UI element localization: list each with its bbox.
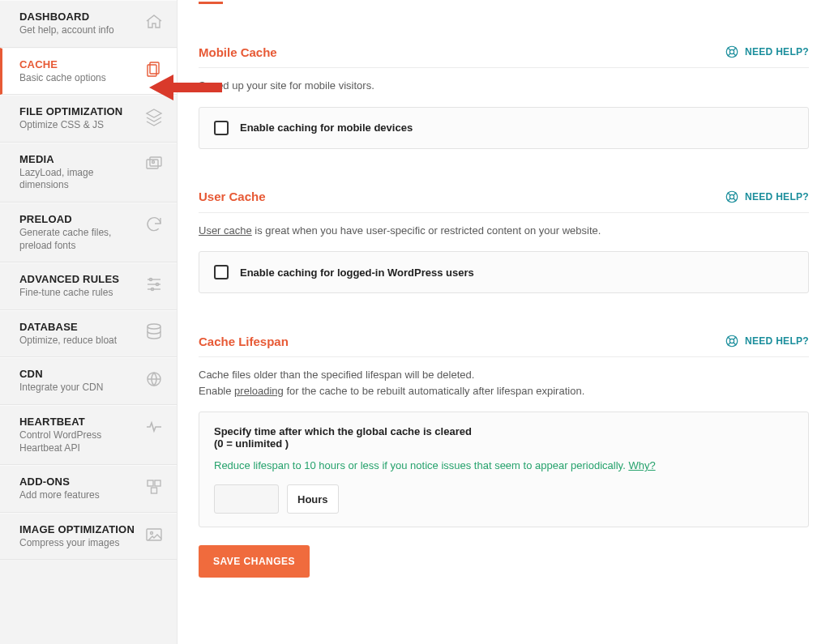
sidebar-item-subtitle: Control WordPress Heartbeat API (19, 429, 139, 454)
svg-line-20 (728, 48, 730, 50)
home-icon (144, 12, 164, 32)
lifebuoy-icon (725, 334, 739, 348)
help-label: NEED HELP? (745, 46, 809, 58)
divider (199, 67, 809, 68)
svg-line-32 (728, 337, 730, 339)
image-icon (144, 525, 164, 544)
sidebar-item-dashboard[interactable]: DASHBOARD Get help, account info (0, 0, 177, 48)
svg-line-26 (728, 192, 730, 194)
desc-rest: is great when you have user-specific or … (252, 224, 601, 237)
sidebar-item-cdn[interactable]: CDN Integrate your CDN (0, 357, 177, 405)
sidebar-item-subtitle: Optimize, reduce bloat (19, 335, 139, 348)
heartbeat-icon (144, 417, 164, 437)
svg-point-25 (729, 194, 734, 198)
cubes-icon (144, 477, 164, 497)
divider (199, 356, 809, 357)
lifespan-unit-select[interactable]: Hours (287, 484, 339, 514)
svg-line-34 (728, 343, 730, 345)
svg-rect-1 (148, 65, 156, 76)
desc-line-2-prefix: Enable (199, 385, 234, 397)
svg-rect-15 (152, 488, 157, 493)
sidebar-item-title: FILE OPTIMIZATION (19, 105, 139, 117)
hint-text: Reduce lifespan to 10 hours or less if y… (214, 459, 628, 471)
why-link[interactable]: Why? (628, 459, 655, 471)
sidebar-item-add-ons[interactable]: ADD-ONS Add more features (0, 465, 177, 513)
sidebar-item-subtitle: Get help, account info (19, 24, 139, 37)
sidebar-item-cache[interactable]: CACHE Basic cache options (0, 48, 177, 96)
sidebar-item-subtitle: Generate cache files, preload fonts (19, 227, 139, 252)
globe-icon (144, 369, 164, 389)
option-box: Enable caching for logged-in WordPress u… (199, 251, 809, 293)
sidebar-item-title: ADD-ONS (19, 476, 139, 488)
main-content: Mobile Cache NEED HELP? Speed up your si… (178, 0, 830, 644)
refresh-icon (144, 215, 164, 234)
section-description: Cache files older than the specified lif… (199, 367, 809, 399)
svg-rect-14 (155, 480, 160, 486)
section-user-cache: User Cache NEED HELP? User cache is grea… (199, 190, 809, 294)
divider (199, 212, 809, 213)
svg-point-31 (729, 339, 734, 343)
sidebar-item-title: IMAGE OPTIMIZATION (19, 523, 139, 535)
user-cache-link[interactable]: User cache (199, 224, 252, 237)
section-mobile-cache: Mobile Cache NEED HELP? Speed up your si… (199, 45, 809, 149)
svg-point-17 (151, 531, 153, 534)
need-help-link[interactable]: NEED HELP? (725, 190, 809, 204)
mobile-cache-checkbox[interactable] (214, 121, 229, 135)
sidebar-item-media[interactable]: MEDIA LazyLoad, image dimensions (0, 143, 177, 203)
sidebar-item-file-optimization[interactable]: FILE OPTIMIZATION Optimize CSS & JS (0, 95, 177, 143)
checkbox-label: Enable caching for mobile devices (240, 122, 413, 134)
save-changes-button[interactable]: SAVE CHANGES (199, 545, 310, 578)
sidebar-item-heartbeat[interactable]: HEARTBEAT Control WordPress Heartbeat AP… (0, 405, 177, 465)
files-icon (144, 60, 164, 79)
sidebar: DASHBOARD Get help, account info CACHE B… (0, 0, 178, 644)
need-help-link[interactable]: NEED HELP? (725, 45, 809, 59)
sidebar-item-database[interactable]: DATABASE Optimize, reduce bloat (0, 310, 177, 358)
sidebar-item-subtitle: Add more features (19, 489, 139, 502)
svg-line-28 (728, 198, 730, 201)
section-cache-lifespan: Cache Lifespan NEED HELP? Cache files ol… (199, 334, 809, 527)
svg-rect-13 (148, 480, 153, 486)
section-title: User Cache (199, 190, 266, 203)
lifebuoy-icon (725, 190, 739, 204)
sidebar-item-title: ADVANCED RULES (19, 273, 139, 285)
section-title: Cache Lifespan (199, 335, 289, 348)
option-box: Specify time after which the global cach… (199, 412, 809, 527)
sidebar-item-title: MEDIA (19, 153, 139, 165)
sidebar-item-subtitle: Optimize CSS & JS (19, 119, 139, 132)
section-description: User cache is great when you have user-s… (199, 223, 809, 239)
sidebar-item-image-optimization[interactable]: IMAGE OPTIMIZATION Compress your images (0, 513, 177, 561)
help-label: NEED HELP? (745, 335, 809, 347)
sidebar-item-title: HEARTBEAT (19, 416, 139, 428)
option-box: Enable caching for mobile devices (199, 107, 809, 149)
sidebar-item-title: DATABASE (19, 321, 139, 333)
lifebuoy-icon (725, 45, 739, 59)
lifespan-hint: Reduce lifespan to 10 hours or less if y… (214, 459, 794, 471)
sidebar-item-preload[interactable]: PRELOAD Generate cache files, preload fo… (0, 203, 177, 262)
desc-line-1: Cache files older than the specified lif… (199, 367, 809, 383)
desc-line-2-rest: for the cache to be rebuilt automaticall… (284, 385, 584, 397)
svg-line-27 (734, 192, 736, 194)
user-cache-checkbox[interactable] (214, 265, 229, 279)
sidebar-item-title: CDN (19, 368, 139, 380)
svg-rect-0 (150, 62, 159, 74)
svg-point-4 (152, 160, 155, 163)
sidebar-item-title: DASHBOARD (19, 11, 139, 23)
need-help-link[interactable]: NEED HELP? (725, 334, 809, 348)
sidebar-item-subtitle: Basic cache options (19, 72, 139, 85)
lifespan-box-title: Specify time after which the global cach… (214, 425, 794, 437)
svg-line-21 (734, 48, 736, 50)
sidebar-item-subtitle: Compress your images (19, 537, 139, 550)
checkbox-label: Enable caching for logged-in WordPress u… (240, 267, 474, 279)
sidebar-item-advanced-rules[interactable]: ADVANCED RULES Fine-tune cache rules (0, 262, 177, 310)
svg-line-22 (728, 53, 730, 56)
sidebar-item-subtitle: Integrate your CDN (19, 382, 139, 395)
active-tab-indicator (199, 2, 223, 4)
svg-line-33 (734, 337, 736, 339)
svg-line-35 (734, 343, 736, 345)
preloading-link[interactable]: preloading (234, 385, 284, 397)
sidebar-item-subtitle: Fine-tune cache rules (19, 287, 139, 300)
sidebar-item-title: PRELOAD (19, 213, 139, 225)
help-label: NEED HELP? (745, 191, 809, 203)
lifespan-value-input[interactable] (214, 484, 279, 514)
section-description: Speed up your site for mobile visitors. (199, 78, 809, 94)
